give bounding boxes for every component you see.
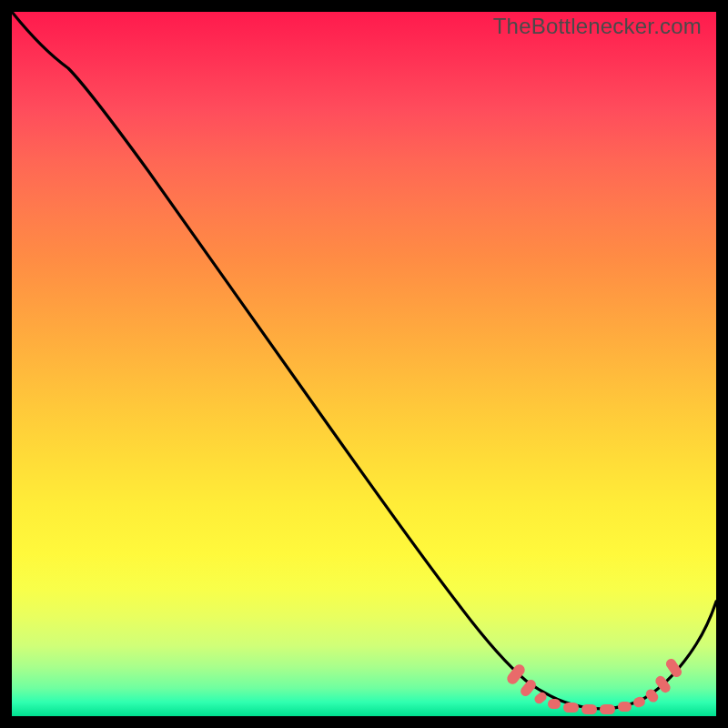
curve-path: [12, 12, 716, 709]
optimal-marker: [600, 704, 615, 714]
optimal-marker: [581, 704, 597, 714]
chart-container: TheBottlenecker.com: [0, 0, 728, 728]
bottleneck-curve: [12, 12, 716, 716]
plot-area: TheBottlenecker.com: [12, 12, 716, 716]
optimal-marker: [563, 703, 579, 713]
optimal-marker: [618, 702, 632, 712]
optimal-marker: [548, 699, 561, 709]
